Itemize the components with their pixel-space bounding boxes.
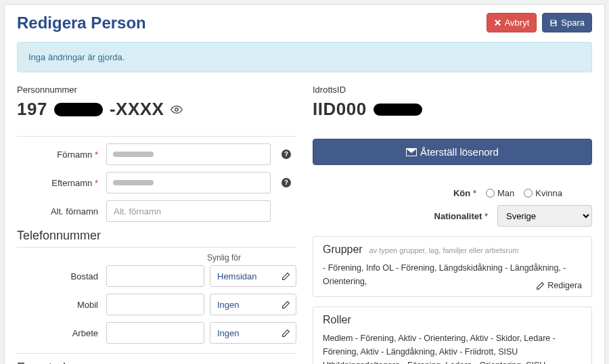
save-icon [549,19,558,27]
personnummer-suffix: -XXXX [110,99,164,120]
header-actions: Avbryt Spara [487,13,592,32]
gender-male-label: Man [497,188,514,198]
phone-work-visibility[interactable]: Ingen [210,322,296,344]
mail-icon [406,148,417,156]
phone-home-visibility[interactable]: Hemsidan [210,265,296,287]
personnummer-value: 197-XXXX [17,99,296,120]
firstname-row: Förnamn * [17,143,296,165]
divider [17,353,296,354]
redacted-value [113,180,154,185]
save-button-label: Spara [561,18,585,28]
groups-edit-label: Redigera [547,281,582,290]
phone-header: Synlig för [17,253,296,263]
altname-input[interactable] [106,200,271,222]
header: Redigera Person Avbryt Spara [17,13,592,32]
email-section-title: E-postadress [17,361,296,364]
pencil-icon [536,281,545,290]
visibility-value: Ingen [217,300,240,310]
phone-home-input[interactable] [106,265,204,287]
gender-row: Kön * Man Kvinna [313,188,592,198]
divider [17,136,296,137]
groups-edit-link[interactable]: Redigera [533,280,585,291]
help-icon[interactable] [276,172,296,194]
gender-female-label: Kvinna [535,188,562,198]
nationality-select[interactable]: Sverige [497,205,592,227]
visibility-value: Hemsidan [217,271,257,281]
phone-label: Bostad [17,271,106,281]
close-icon [494,19,501,26]
redacted-value [113,152,154,157]
info-banner: Inga ändringar är gjorda. [17,42,592,72]
nationality-row: Nationalitet * Sverige [313,205,592,227]
help-icon[interactable] [276,143,296,165]
groups-card: Grupper av typen grupper, lag, familjer … [313,236,592,297]
gender-male[interactable]: Man [486,188,514,198]
required-mark: * [473,188,476,198]
phone-row-work: Arbete Ingen [17,322,296,344]
redacted [54,103,103,116]
panel: Redigera Person Avbryt Spara Inga ändrin… [4,4,605,364]
reset-password-label: Återställ lösenord [420,146,499,158]
divider [17,247,296,248]
altname-label: Alt. förnamn [51,206,98,217]
visibility-value: Ingen [217,328,240,338]
required-mark: * [95,150,98,160]
svg-point-0 [175,108,179,111]
visible-for-header: Synlig för [204,253,296,263]
cancel-button-label: Avbryt [505,18,530,28]
pencil-icon [281,272,290,281]
required-mark: * [484,211,488,221]
phone-row-home: Bostad Hemsidan [17,265,296,287]
roles-card: Roller Medlem - Förening, Aktiv - Orient… [313,306,592,364]
left-column: Personnummer 197-XXXX Förnamn * Efternam… [17,85,296,364]
roles-title: Roller [323,314,351,325]
right-column: IdrottsID IID000 Återställ lösenord Kön … [313,85,592,364]
pencil-icon [281,329,290,338]
gender-female[interactable]: Kvinna [524,188,562,198]
phone-mobile-visibility[interactable]: Ingen [210,294,296,315]
personnummer-label: Personnummer [17,85,296,95]
lastname-row: Efternamn * [17,172,296,194]
roles-body: Medlem - Förening, Aktiv - Orientering, … [323,332,582,364]
required-mark: * [95,178,98,188]
eye-icon[interactable] [171,104,183,116]
gender-male-radio[interactable] [486,189,495,198]
iid-value: IID000 [313,99,592,120]
redacted [374,104,422,116]
lastname-label: Efternamn [51,178,92,188]
phone-label: Arbete [17,328,106,338]
iid-label: IdrottsID [313,85,592,95]
save-button[interactable]: Spara [542,13,592,32]
gender-label: Kön [453,188,470,198]
pencil-icon [281,300,290,309]
groups-title: Grupper [323,244,363,255]
groups-subtitle: av typen grupper, lag, familjer eller ar… [369,246,519,254]
phone-section-title: Telefonnummer [17,229,296,243]
columns: Personnummer 197-XXXX Förnamn * Efternam… [17,85,592,364]
phone-mobile-input[interactable] [106,294,204,315]
nationality-label: Nationalitet [434,211,482,221]
reset-password-button[interactable]: Återställ lösenord [313,139,592,165]
iid-prefix: IID000 [313,99,367,120]
phone-row-mobile: Mobil Ingen [17,294,296,315]
firstname-label: Förnamn [57,150,92,160]
phone-label: Mobil [17,300,106,310]
personnummer-prefix: 197 [17,99,47,120]
page-title: Redigera Person [17,14,146,32]
gender-female-radio[interactable] [524,189,533,198]
cancel-button[interactable]: Avbryt [487,13,537,32]
phone-work-input[interactable] [106,322,204,344]
altname-row: Alt. förnamn ? [17,200,296,222]
